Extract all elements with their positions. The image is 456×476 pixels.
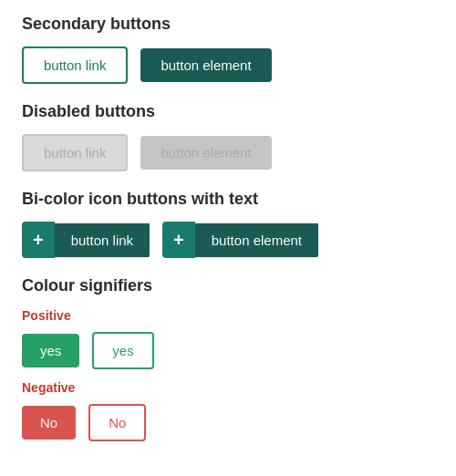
colour-signifiers-title: Colour signifiers — [22, 276, 434, 295]
disabled-buttons-row: button link button element — [22, 134, 434, 171]
secondary-buttons-row: button link button element — [22, 47, 434, 84]
negative-buttons-row: No No — [22, 404, 434, 441]
bicolor-buttons-title: Bi-color icon buttons with text — [22, 190, 434, 209]
secondary-button-link[interactable]: button link — [22, 47, 128, 84]
positive-button-filled[interactable]: yes — [22, 334, 79, 367]
disabled-buttons-title: Disabled buttons — [22, 102, 434, 121]
bicolor-button-element-label: button element — [195, 223, 318, 257]
negative-button-outline[interactable]: No — [88, 404, 146, 441]
bicolor-button-element[interactable]: + button element — [162, 222, 318, 258]
bicolor-buttons-section: Bi-color icon buttons with text + button… — [22, 190, 434, 258]
secondary-button-element[interactable]: button element — [140, 48, 271, 82]
bicolor-button-link-label: button link — [55, 223, 150, 257]
negative-subsection: Negative No No — [22, 380, 434, 441]
bicolor-buttons-row: + button link + button element — [22, 222, 434, 258]
bicolor-button-link[interactable]: + button link — [22, 222, 150, 258]
disabled-button-element: button element — [140, 136, 271, 170]
disabled-button-link: button link — [22, 134, 128, 171]
bicolor-icon-right: + — [162, 222, 195, 258]
colour-signifiers-section: Colour signifiers Positive yes yes Negat… — [22, 276, 434, 441]
negative-button-filled[interactable]: No — [22, 406, 76, 440]
disabled-buttons-section: Disabled buttons button link button elem… — [22, 102, 434, 171]
positive-subsection: Positive yes yes — [22, 308, 434, 369]
positive-label: Positive — [22, 308, 434, 323]
secondary-buttons-title: Secondary buttons — [22, 15, 434, 34]
bicolor-icon-left: + — [22, 222, 55, 258]
secondary-buttons-section: Secondary buttons button link button ele… — [22, 15, 434, 84]
positive-buttons-row: yes yes — [22, 332, 434, 369]
negative-label: Negative — [22, 380, 434, 395]
positive-button-outline[interactable]: yes — [92, 332, 153, 369]
